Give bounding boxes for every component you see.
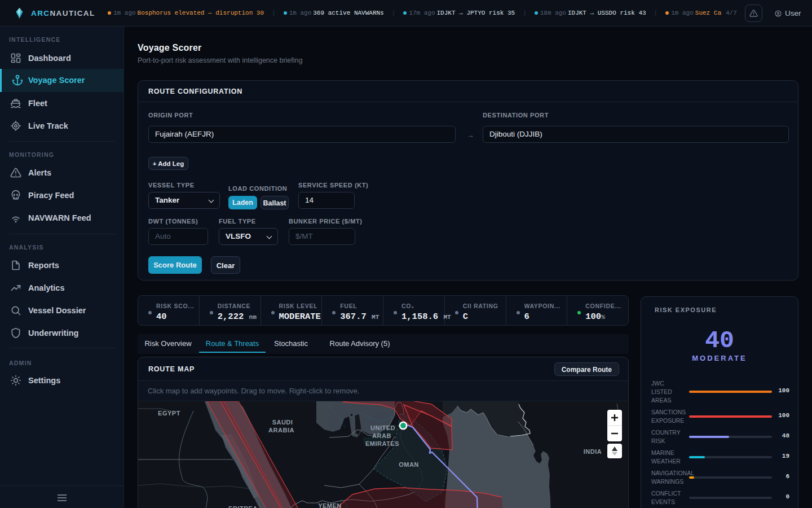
svg-text:ERITREA: ERITREA: [228, 505, 258, 508]
svg-text:SAUDI: SAUDI: [272, 419, 293, 426]
svg-text:OMAN: OMAN: [399, 461, 419, 468]
svg-text:YEMEN: YEMEN: [318, 502, 342, 508]
svg-text:ARAB: ARAB: [372, 432, 391, 439]
svg-text:EGYPT: EGYPT: [158, 410, 180, 417]
svg-text:UNITED: UNITED: [370, 424, 395, 431]
svg-text:INDIA: INDIA: [584, 448, 602, 455]
svg-text:ARABIA: ARABIA: [268, 427, 294, 433]
svg-text:EMIRATES: EMIRATES: [365, 440, 399, 447]
